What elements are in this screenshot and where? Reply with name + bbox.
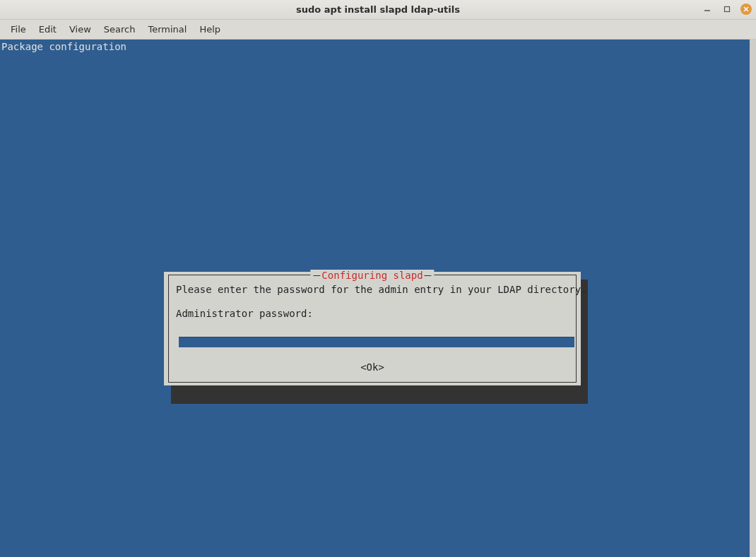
password-label: Administrator password: (176, 308, 313, 319)
title-line-right (425, 275, 432, 276)
package-config-header: Package configuration (1, 41, 126, 53)
vertical-scrollbar[interactable] (750, 40, 756, 557)
ok-button[interactable]: <Ok> (359, 361, 386, 373)
menubar: File Edit View Search Terminal Help (0, 20, 756, 40)
close-button[interactable] (740, 4, 752, 15)
password-input[interactable] (179, 337, 574, 347)
menu-help[interactable]: Help (193, 21, 227, 37)
dialog-border: Configuring slapd Please enter the passw… (168, 275, 577, 383)
svg-rect-1 (725, 7, 730, 12)
menu-terminal[interactable]: Terminal (141, 21, 193, 37)
minimize-button[interactable] (701, 3, 714, 16)
window-title: sudo apt install slapd ldap-utils (296, 4, 460, 15)
config-dialog: Configuring slapd Please enter the passw… (164, 272, 581, 385)
window-titlebar: sudo apt install slapd ldap-utils (0, 0, 756, 20)
menu-search[interactable]: Search (98, 21, 142, 37)
dialog-title-wrap: Configuring slapd (310, 270, 434, 282)
maximize-button[interactable] (721, 3, 733, 16)
window-controls (701, 3, 752, 16)
dialog-title: Configuring slapd (320, 270, 424, 282)
terminal-area[interactable]: Package configuration Configuring slapd … (0, 40, 750, 557)
ok-button-row: <Ok> (169, 361, 576, 373)
title-line-left (313, 275, 320, 276)
menu-edit[interactable]: Edit (33, 21, 63, 37)
menu-view[interactable]: View (63, 21, 98, 37)
scrollbar-thumb[interactable] (750, 40, 756, 557)
dialog-prompt: Please enter the password for the admin … (176, 284, 587, 295)
dialog-content: Please enter the password for the admin … (176, 284, 569, 320)
menu-file[interactable]: File (4, 21, 33, 37)
